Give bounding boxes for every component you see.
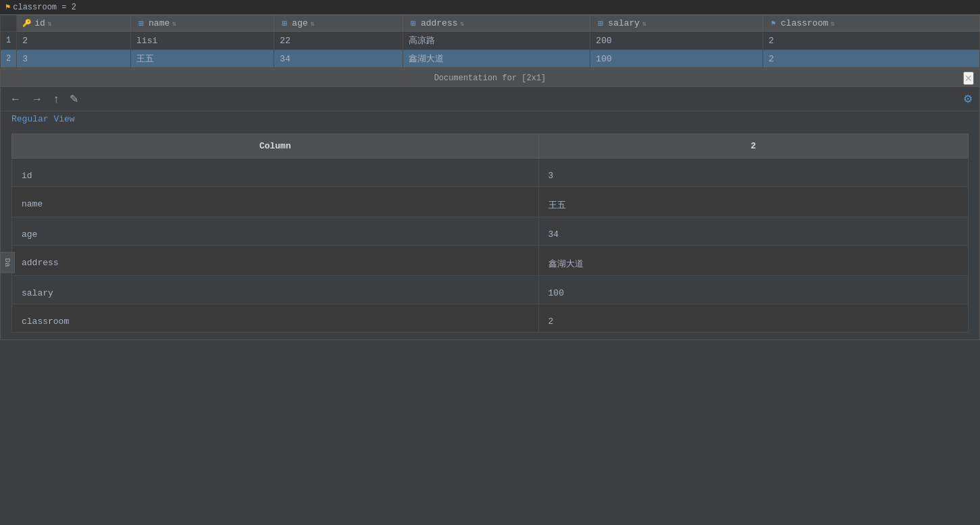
doc-title-text: Documentation for [2x1]: [434, 74, 546, 83]
sort-icon-classroom: ⇅: [831, 20, 835, 28]
grid-icon-salary: ⊞: [596, 19, 605, 28]
sort-icon-address: ⇅: [461, 20, 465, 28]
table-header-row: 🔑 id ⇅ ⊞ name ⇅ ⊞ age ⇅: [1, 16, 980, 32]
col-label-name: name: [149, 18, 170, 28]
cell-age[interactable]: 34: [274, 50, 403, 68]
inner-table-row: age34: [12, 217, 969, 246]
doc-panel: Documentation for [2x1] ✕ ← → ↑ ✎ ⚙ Regu…: [0, 69, 980, 340]
inner-col-name: address: [12, 246, 539, 276]
sort-icon-id: ⇅: [48, 20, 52, 28]
filter-col-icon: ⚑: [769, 19, 778, 28]
inner-col-value[interactable]: 3: [538, 159, 968, 187]
inner-col-name: name: [12, 187, 539, 217]
col-header-name[interactable]: ⊞ name ⇅: [131, 16, 274, 32]
inner-col-name: age: [12, 217, 539, 246]
sort-icon-name: ⇅: [172, 20, 176, 28]
nav-forward-button[interactable]: →: [29, 92, 45, 107]
cell-id[interactable]: 2: [17, 32, 131, 50]
nav-back-button[interactable]: ←: [7, 92, 24, 107]
inner-col-value[interactable]: 34: [538, 217, 968, 246]
inner-table-row: classroom2: [12, 304, 969, 333]
cell-address[interactable]: 高凉路: [403, 32, 590, 50]
grid-icon-address: ⊞: [409, 19, 418, 28]
col-header-age[interactable]: ⊞ age ⇅: [274, 16, 403, 32]
doc-title-bar: Documentation for [2x1] ✕: [1, 70, 979, 87]
inner-table-row: address鑫湖大道: [12, 246, 969, 276]
inner-table-row: name王五: [12, 187, 969, 217]
key-icon: 🔑: [22, 19, 32, 28]
inner-data-table: Column 2 id3name王五age34address鑫湖大道salary…: [11, 134, 969, 333]
cell-classroom[interactable]: 2: [763, 50, 980, 68]
cell-name[interactable]: 王五: [131, 50, 274, 68]
col-label-address: address: [421, 18, 458, 28]
row-number: 1: [1, 32, 17, 50]
doc-close-button[interactable]: ✕: [963, 72, 974, 85]
inner-col-name: salary: [12, 276, 539, 304]
sort-icon-age: ⇅: [311, 20, 315, 28]
inner-col-name: classroom: [12, 304, 539, 333]
cell-id[interactable]: 3: [17, 50, 131, 68]
col-header-classroom[interactable]: ⚑ classroom ⇅: [763, 16, 980, 32]
col-header-salary[interactable]: ⊞ salary ⇅: [590, 16, 763, 32]
inner-col-value[interactable]: 鑫湖大道: [538, 246, 968, 276]
cell-salary[interactable]: 100: [590, 50, 763, 68]
row-num-header: [1, 16, 17, 32]
inner-col-value[interactable]: 王五: [538, 187, 968, 217]
row-number: 2: [1, 50, 17, 68]
main-table-container: 🔑 id ⇅ ⊞ name ⇅ ⊞ age ⇅: [0, 15, 980, 69]
nav-up-button[interactable]: ↑: [51, 92, 61, 107]
grid-icon-name: ⊞: [136, 19, 146, 28]
inner-col-header: Column: [12, 134, 539, 159]
filter-bar: ⚑ classroom = 2: [0, 0, 980, 15]
left-sidebar-tab[interactable]: Da: [0, 252, 15, 273]
inner-table-row: salary100: [12, 276, 969, 304]
col-header-id[interactable]: 🔑 id ⇅: [17, 16, 131, 32]
col-header-address[interactable]: ⊞ address ⇅: [403, 16, 590, 32]
cell-classroom[interactable]: 2: [763, 32, 980, 50]
filter-icon: ⚑: [5, 2, 10, 12]
inner-table-header-row: Column 2: [12, 134, 969, 159]
col-label-classroom: classroom: [781, 18, 828, 28]
inner-table-row: id3: [12, 159, 969, 187]
nav-edit-button[interactable]: ✎: [67, 91, 81, 107]
cell-address[interactable]: 鑫湖大道: [403, 50, 590, 68]
inner-val-header: 2: [538, 134, 968, 159]
filter-text: classroom = 2: [13, 3, 76, 12]
cell-name[interactable]: lisi: [131, 32, 274, 50]
col-label-id: id: [34, 18, 45, 28]
cell-salary[interactable]: 200: [590, 32, 763, 50]
main-data-table: 🔑 id ⇅ ⊞ name ⇅ ⊞ age ⇅: [0, 15, 980, 68]
inner-col-value[interactable]: 2: [538, 304, 968, 333]
inner-col-value[interactable]: 100: [538, 276, 968, 304]
doc-settings-button[interactable]: ⚙: [963, 92, 973, 105]
col-label-salary: salary: [608, 18, 640, 28]
inner-col-name: id: [12, 159, 539, 187]
table-row[interactable]: 23王五34鑫湖大道1002: [1, 50, 980, 68]
table-row[interactable]: 12lisi22高凉路2002: [1, 32, 980, 50]
sort-icon-salary: ⇅: [642, 20, 646, 28]
col-label-age: age: [292, 18, 307, 28]
grid-icon-age: ⊞: [280, 19, 289, 28]
doc-toolbar: ← → ↑ ✎ ⚙: [1, 87, 979, 111]
regular-view-link[interactable]: Regular View: [1, 111, 979, 127]
cell-age[interactable]: 22: [274, 32, 403, 50]
inner-table-wrapper: Column 2 id3name王五age34address鑫湖大道salary…: [1, 127, 979, 339]
